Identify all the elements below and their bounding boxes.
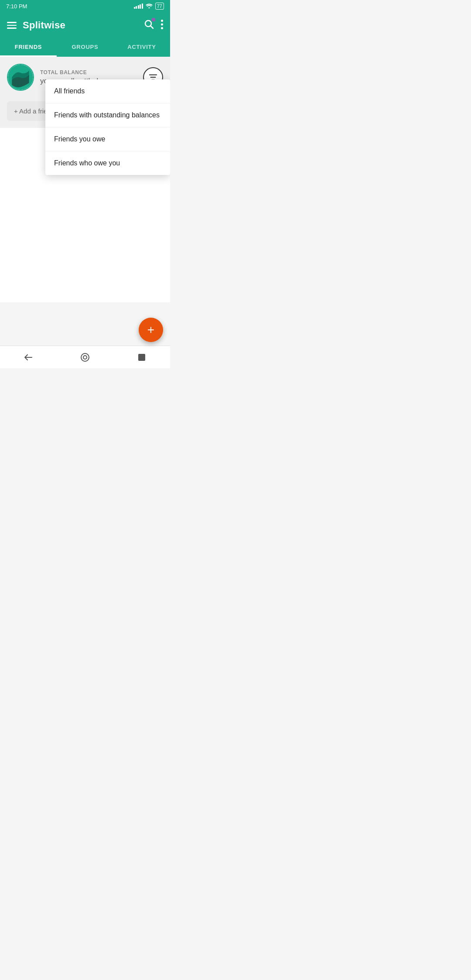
dropdown-friends-you-owe[interactable]: Friends you owe <box>45 127 170 151</box>
dropdown-menu: All friends Friends with outstanding bal… <box>45 79 170 175</box>
dropdown-all-friends[interactable]: All friends <box>45 79 170 103</box>
dropdown-outstanding-balances[interactable]: Friends with outstanding balances <box>45 103 170 127</box>
dropdown-friends-who-owe-you[interactable]: Friends who owe you <box>45 151 170 175</box>
dropdown-overlay[interactable]: All friends Friends with outstanding bal… <box>0 0 170 368</box>
